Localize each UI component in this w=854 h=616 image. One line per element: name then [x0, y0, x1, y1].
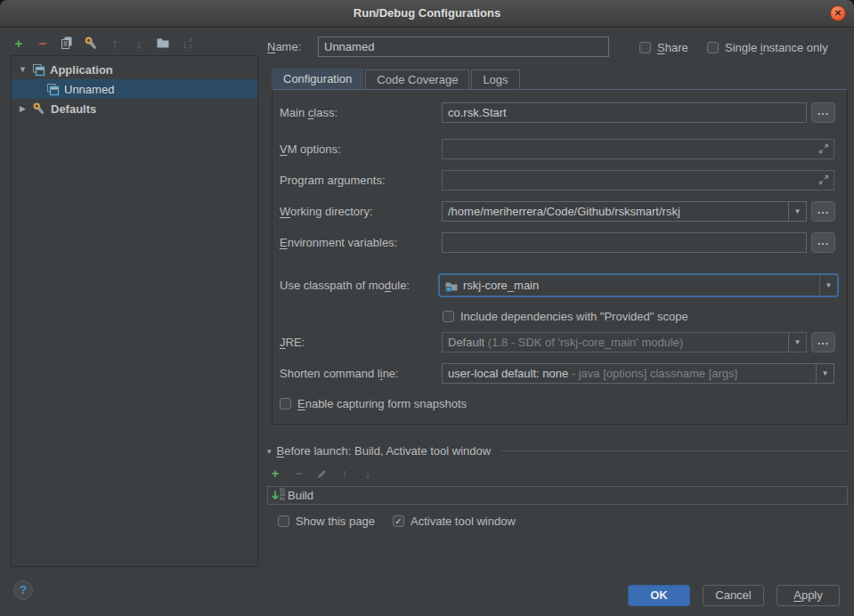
share-checkbox-row[interactable]: Share — [639, 40, 688, 54]
environment-variables-input[interactable] — [442, 232, 807, 253]
use-classpath-value: rskj-core_main — [459, 279, 819, 292]
shorten-command-line-combo[interactable]: user-local default: none - java [options… — [442, 363, 834, 384]
enable-capturing-row[interactable]: Enable capturing form snapshots — [280, 396, 467, 410]
sort-letter-a: a — [189, 36, 192, 43]
application-icon — [46, 83, 60, 96]
chevron-down-icon: ▼ — [794, 207, 801, 215]
wrench-gear-icon — [84, 36, 99, 51]
tab-code-coverage[interactable]: Code Coverage — [365, 69, 469, 89]
tree-item-defaults[interactable]: ▶ Defaults — [12, 99, 257, 118]
before-launch-header[interactable]: ▾ Before launch: Build, Activate tool wi… — [267, 444, 848, 458]
configuration-tab-panel: Main class: ... VM options: Program argu… — [272, 89, 848, 425]
expand-field-icon[interactable] — [817, 142, 830, 155]
show-this-page-row[interactable]: Show this page — [278, 514, 375, 528]
shorten-command-line-value: user-local default: none - java [options… — [443, 367, 816, 380]
main-class-label: Main class: — [280, 102, 338, 123]
tree-item-application[interactable]: ▼ Application — [12, 60, 257, 79]
include-dependencies-label: Include dependencies with "Provided" sco… — [460, 310, 688, 323]
use-classpath-dropdown[interactable]: ▼ — [819, 275, 837, 296]
before-launch-task-build[interactable]: 011001 Build — [267, 486, 848, 505]
include-dependencies-checkbox[interactable] — [443, 311, 454, 322]
ellipsis-icon: ... — [817, 105, 829, 118]
include-dependencies-row[interactable]: Include dependencies with "Provided" sco… — [443, 309, 688, 323]
configurations-toolbar: + − ↑ ↓ ↓ a — [11, 33, 195, 53]
vm-options-input[interactable] — [442, 139, 834, 159]
enable-capturing-label: Enable capturing form snapshots — [297, 397, 467, 410]
wrench-gear-icon — [32, 101, 46, 116]
dialog-title: Run/Debug Configurations — [0, 0, 854, 27]
task-label: Build — [288, 489, 313, 502]
titlebar: Run/Debug Configurations ✕ — [0, 0, 854, 28]
activate-tool-window-checkbox[interactable]: ✓ — [393, 515, 404, 527]
help-button[interactable]: ? — [13, 580, 33, 600]
collapse-icon[interactable]: ▾ — [267, 447, 272, 456]
main-class-input[interactable] — [442, 102, 807, 123]
jre-dropdown[interactable]: ▼ — [788, 333, 806, 352]
name-label: Name: — [267, 36, 301, 58]
name-input[interactable] — [318, 36, 609, 57]
share-checkbox[interactable] — [639, 42, 651, 53]
divider — [501, 450, 848, 451]
remove-task-icon[interactable]: − — [292, 466, 305, 482]
single-instance-label: Single instance only — [725, 41, 828, 54]
remove-configuration-icon[interactable]: − — [35, 35, 51, 51]
single-instance-checkbox[interactable] — [707, 42, 719, 53]
check-icon: ✓ — [394, 516, 402, 526]
tab-logs[interactable]: Logs — [471, 69, 519, 89]
sort-configurations-icon[interactable]: ↓ a z — [179, 35, 195, 51]
ok-button[interactable]: OK — [628, 585, 690, 606]
before-launch-title: Before launch: Build, Activate tool wind… — [277, 444, 492, 458]
share-label: Share — [657, 41, 688, 54]
main-class-browse-button[interactable]: ... — [811, 102, 835, 123]
build-bits: 011001 — [280, 489, 285, 502]
single-instance-checkbox-row[interactable]: Single instance only — [707, 40, 828, 54]
create-folder-icon[interactable] — [155, 35, 171, 51]
tree-item-unnamed[interactable]: Unnamed — [12, 79, 257, 99]
tree-item-label: Defaults — [51, 102, 96, 116]
shorten-command-line-dropdown[interactable]: ▼ — [816, 364, 834, 383]
ellipsis-icon: ... — [817, 235, 829, 247]
close-glyph: ✕ — [834, 8, 842, 18]
add-configuration-icon[interactable]: + — [11, 35, 27, 51]
working-directory-dropdown[interactable]: ▼ — [788, 202, 806, 221]
shorten-command-line-label: Shorten command line: — [280, 363, 399, 384]
show-this-page-checkbox[interactable] — [278, 515, 289, 527]
copy-configuration-icon[interactable] — [59, 35, 75, 51]
enable-capturing-checkbox[interactable] — [280, 398, 291, 409]
tab-configuration[interactable]: Configuration — [272, 69, 363, 89]
activate-tool-window-label: Activate tool window — [411, 515, 516, 528]
run-debug-configurations-dialog: Run/Debug Configurations ✕ + − ↑ ↓ — [0, 0, 854, 616]
working-directory-browse-button[interactable]: ... — [811, 201, 835, 222]
move-task-up-icon[interactable]: ↑ — [338, 466, 351, 482]
jre-combo[interactable]: Default (1.8 - SDK of 'rskj-core_main' m… — [442, 332, 807, 353]
jre-browse-button[interactable]: ... — [811, 332, 835, 353]
move-task-down-icon[interactable]: ↓ — [362, 466, 374, 482]
chevron-down-icon[interactable]: ▼ — [18, 65, 28, 74]
chevron-down-icon: ▼ — [822, 369, 829, 377]
environment-variables-browse-button[interactable]: ... — [811, 232, 835, 253]
use-classpath-combo[interactable]: rskj-core_main ▼ — [438, 273, 839, 297]
before-launch-toolbar: + − ↑ ↓ — [269, 466, 374, 482]
build-icon: 011001 — [271, 489, 285, 502]
working-directory-combo[interactable]: /home/meriherrera/Code/Github/rsksmart/r… — [442, 201, 807, 222]
sort-az-letters: a z — [189, 36, 192, 49]
tree-item-label: Application — [50, 63, 113, 77]
edit-defaults-icon[interactable] — [83, 35, 99, 51]
move-down-icon[interactable]: ↓ — [131, 35, 147, 51]
apply-button[interactable]: Apply — [777, 585, 840, 606]
application-icon — [32, 63, 45, 77]
activate-tool-window-row[interactable]: ✓ Activate tool window — [393, 514, 516, 528]
environment-variables-label: Environment variables: — [280, 232, 397, 253]
tree-item-label: Unnamed — [64, 83, 114, 96]
chevron-right-icon[interactable]: ▶ — [18, 104, 28, 113]
jre-value: Default (1.8 - SDK of 'rskj-core_main' m… — [443, 336, 788, 349]
close-icon[interactable]: ✕ — [830, 5, 846, 21]
program-arguments-input[interactable] — [442, 170, 834, 190]
move-up-icon[interactable]: ↑ — [107, 35, 123, 51]
expand-field-icon[interactable] — [817, 174, 830, 186]
cancel-button[interactable]: Cancel — [703, 585, 764, 606]
edit-task-icon[interactable] — [315, 466, 328, 482]
sort-arrow: ↓ — [182, 36, 189, 51]
working-directory-value: /home/meriherrera/Code/Github/rsksmart/r… — [443, 205, 788, 218]
add-task-icon[interactable]: + — [269, 466, 281, 482]
